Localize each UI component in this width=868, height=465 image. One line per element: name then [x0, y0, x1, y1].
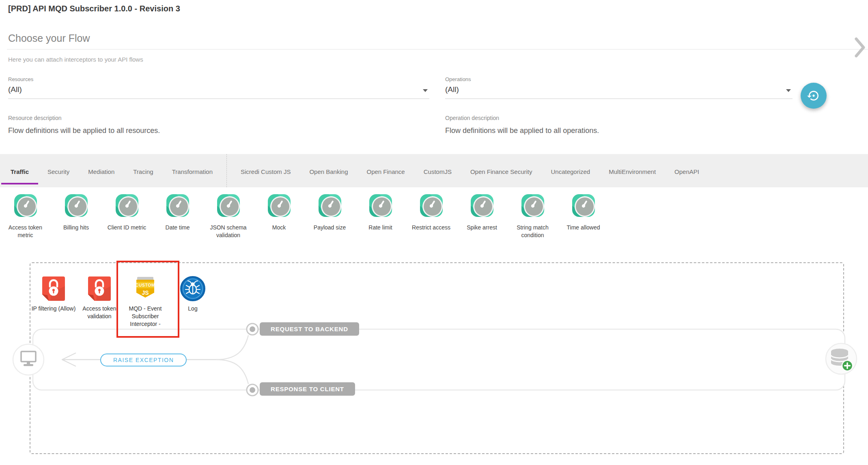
palette-interceptor-label: Restrict access: [412, 224, 450, 231]
lock-icon: [41, 276, 67, 302]
palette-interceptor[interactable]: Time allowed: [558, 187, 609, 251]
palette-interceptor-label: Date time: [166, 224, 190, 231]
gauge-icon: [369, 194, 392, 217]
history-restore-icon: [807, 89, 820, 102]
tab-label: Traffic: [11, 167, 29, 175]
palette-interceptor[interactable]: String match condition: [507, 187, 558, 251]
resources-select-value: (All): [8, 85, 22, 94]
category-tab[interactable]: Open Banking: [300, 154, 357, 187]
operations-select[interactable]: Operations (All): [445, 76, 793, 99]
category-tab[interactable]: Mediation: [79, 154, 124, 187]
flow-interceptor-label: Access token validation: [75, 305, 124, 320]
flow-interceptor-label: MQD - Event Subscriber Interceptor -: [121, 305, 170, 328]
flow-interceptor[interactable]: CUSTOM JS: [121, 276, 170, 328]
category-tab[interactable]: Traffic: [1, 154, 38, 187]
flow-canvas: CUSTOM JS: [0, 251, 868, 465]
lock-icon: [86, 276, 112, 302]
flow-interceptor[interactable]: CUSTOM JS: [75, 276, 124, 320]
operations-select-label: Operations: [445, 76, 793, 82]
tab-label: Mediation: [88, 167, 114, 175]
palette-scroll-right-button[interactable]: [854, 37, 866, 58]
svg-text:JS: JS: [142, 289, 149, 296]
tab-label: Open Finance: [366, 167, 405, 175]
tab-label: CustomJS: [424, 167, 452, 175]
tab-label: OpenAPI: [674, 167, 699, 175]
palette-interceptor[interactable]: Date time: [152, 187, 203, 251]
gauge-icon: [14, 194, 37, 217]
operation-description: Flow definitions will be applied to all …: [445, 126, 599, 135]
section-subheading: Here you can attach interceptors to your…: [8, 56, 143, 63]
palette-interceptor-label: Billing hits: [63, 224, 89, 231]
category-tab[interactable]: OpenAPI: [665, 154, 709, 187]
svg-text:CUSTOM: CUSTOM: [136, 283, 155, 287]
palette-interceptor-label: Rate limit: [368, 224, 392, 231]
gauge-icon: [319, 194, 341, 217]
palette-interceptor-label: Time allowed: [567, 224, 600, 231]
gauge-icon: [572, 194, 595, 217]
category-tab[interactable]: Sicredi Custom JS: [231, 154, 300, 187]
palette-interceptor[interactable]: Rate limit: [355, 187, 406, 251]
gauge-icon: [217, 194, 240, 217]
restore-history-button[interactable]: [801, 83, 827, 109]
palette-interceptor[interactable]: Mock: [254, 187, 304, 251]
tab-label: Transformation: [172, 167, 213, 175]
gauge-icon: [116, 194, 138, 217]
category-tab[interactable]: Uncategorized: [541, 154, 599, 187]
flow-interceptor[interactable]: CUSTOM JS: [168, 276, 217, 313]
palette-interceptor[interactable]: Spike arrest: [457, 187, 507, 251]
flow-interceptor-label: IP filtering (Allow): [32, 305, 76, 313]
tab-label: MultiEnvironment: [609, 167, 656, 175]
custom-js-icon: CUSTOM JS: [132, 276, 158, 302]
palette-interceptor-label: JSON schema validation: [205, 224, 252, 239]
request-to-backend-badge[interactable]: REQUEST TO BACKEND: [260, 322, 359, 336]
operations-select-value: (All): [445, 85, 459, 94]
category-tab[interactable]: Open Finance Security: [461, 154, 542, 187]
resource-description: Flow definitions will be applied to all …: [8, 126, 160, 135]
palette-interceptor-label: String match condition: [509, 224, 557, 239]
raise-exception-badge[interactable]: RAISE EXCEPTION: [100, 354, 187, 366]
flow-interceptor[interactable]: CUSTOM JS: [29, 276, 78, 313]
gauge-icon: [521, 194, 544, 217]
chevron-down-icon: [786, 89, 791, 92]
chevron-down-icon: [423, 89, 428, 92]
palette-interceptor[interactable]: Billing hits: [51, 187, 101, 251]
resources-select[interactable]: Resources (All): [8, 76, 429, 99]
gauge-icon: [166, 194, 189, 217]
custom-tab-group: Sicredi Custom JS Open Banking Open Fina…: [231, 154, 709, 187]
category-tab[interactable]: Security: [38, 154, 79, 187]
tab-label: Tracing: [133, 167, 153, 175]
chevron-right-icon: [854, 37, 866, 58]
category-tab[interactable]: Transformation: [163, 154, 222, 187]
response-to-client-badge[interactable]: RESPONSE TO CLIENT: [260, 382, 355, 396]
flow-interceptor-label: Log: [188, 305, 197, 313]
tab-label: Security: [47, 167, 69, 175]
palette-interceptor[interactable]: Client ID metric: [101, 187, 152, 251]
category-tab[interactable]: CustomJS: [414, 154, 461, 187]
tab-label: Open Banking: [309, 167, 348, 175]
palette-interceptor[interactable]: Access token metric: [0, 187, 51, 251]
gauge-icon: [65, 194, 88, 217]
resources-select-label: Resources: [8, 76, 429, 82]
category-tab[interactable]: Open Finance: [357, 154, 414, 187]
category-tab[interactable]: Tracing: [124, 154, 162, 187]
tab-group-divider: [226, 154, 227, 187]
palette-interceptor[interactable]: Payload size: [304, 187, 355, 251]
palette-interceptor-label: Mock: [272, 224, 286, 231]
gauge-icon: [471, 194, 493, 217]
heading-divider: [7, 49, 868, 49]
bug-icon: [180, 276, 206, 302]
palette-interceptor[interactable]: JSON schema validation: [203, 187, 254, 251]
page-title: [PRD] API MQD Subscriber 1.0.0 - Revisio…: [8, 4, 180, 13]
palette-interceptor-label: Spike arrest: [467, 224, 497, 231]
category-tab[interactable]: MultiEnvironment: [599, 154, 665, 187]
gauge-icon: [268, 194, 291, 217]
palette-interceptor-label: Access token metric: [2, 224, 50, 239]
palette-interceptor[interactable]: Restrict access: [406, 187, 457, 251]
interceptor-category-tabs: Traffic Security Mediation Tracing Trans…: [0, 154, 868, 187]
tab-label: Uncategorized: [551, 167, 590, 175]
palette-interceptor-label: Client ID metric: [108, 224, 146, 231]
palette-interceptor-label: Payload size: [314, 224, 346, 231]
tab-label: Open Finance Security: [470, 167, 532, 175]
interceptor-palette: Access token metric Billing hits Client …: [0, 187, 868, 251]
flow-editor-page: [PRD] API MQD Subscriber 1.0.0 - Revisio…: [0, 0, 868, 465]
